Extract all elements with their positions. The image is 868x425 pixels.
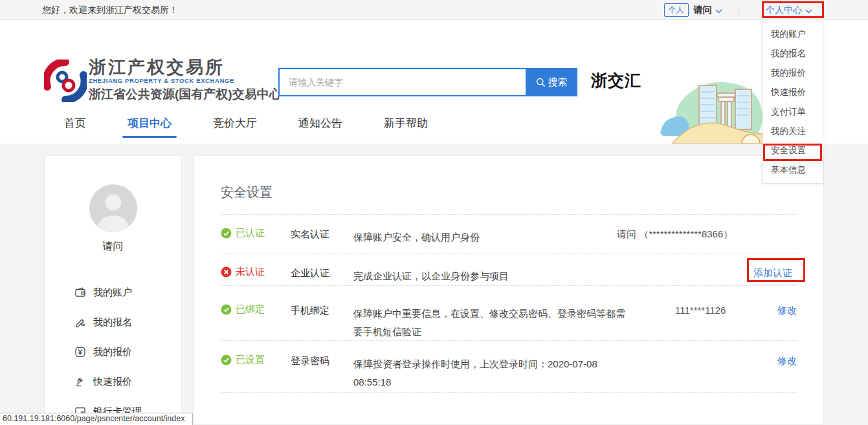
yuan-icon bbox=[74, 346, 86, 358]
gavel-icon bbox=[74, 376, 86, 387]
item-value: 请问 （**************8366） bbox=[617, 228, 733, 241]
item-description: 保障投资者登录操作时使用，上次登录时间：2020-07-08 08:55:18 bbox=[353, 355, 597, 391]
city-illustration bbox=[659, 71, 769, 144]
dropdown-item-payment-orders[interactable]: 支付订单 bbox=[763, 102, 823, 122]
security-row-enterprise: 未认证 企业认证 完成企业认证，以企业身份参与项目 添加认证 bbox=[221, 266, 797, 285]
check-circle-icon bbox=[221, 304, 232, 315]
dropdown-item-basic-info[interactable]: 基本信息 bbox=[763, 160, 823, 180]
check-circle-icon bbox=[221, 354, 232, 365]
status-text: 已认证 bbox=[236, 227, 265, 239]
status-badge: 未认证 bbox=[221, 266, 265, 278]
description-line-2: 要手机短信验证 bbox=[353, 323, 625, 341]
chevron-down-icon[interactable] bbox=[715, 5, 722, 16]
search-button-label: 搜索 bbox=[548, 76, 568, 89]
divider bbox=[221, 214, 797, 215]
user-menu[interactable]: 请问 bbox=[694, 5, 712, 16]
sidebar-item-label: 我的报价 bbox=[93, 346, 132, 358]
search-button[interactable]: 搜索 bbox=[526, 68, 577, 96]
divider bbox=[221, 254, 797, 254]
add-certification-link[interactable]: 添加认证 bbox=[753, 267, 792, 279]
sidebar-item-quick-quotation[interactable]: 快速报价 bbox=[45, 367, 181, 397]
x-circle-icon bbox=[221, 267, 232, 278]
dropdown-item-my-quotation[interactable]: 我的报价 bbox=[763, 63, 823, 83]
sidebar-item-label: 快速报价 bbox=[93, 376, 132, 388]
search-bar: 搜索 bbox=[278, 68, 577, 96]
portal-name: 浙交汇 bbox=[591, 70, 641, 91]
wallet-icon bbox=[74, 287, 86, 298]
dropdown-item-quick-quotation[interactable]: 快速报价 bbox=[763, 83, 823, 102]
nav-item-home[interactable]: 首页 bbox=[64, 104, 86, 144]
description-line-1: 保障投资者登录操作时使用，上次登录时间：2020-07-08 bbox=[353, 358, 597, 369]
security-row-realname: 已认证 实名认证 保障账户安全，确认用户身份 请问 （*************… bbox=[221, 227, 797, 246]
browser-status-bar: 60.191.19.181:6060/page/psncenter/accoun… bbox=[0, 413, 193, 425]
item-description: 完成企业认证，以企业身份参与项目 bbox=[353, 267, 509, 285]
check-circle-icon bbox=[221, 228, 232, 239]
dropdown-item-my-follows[interactable]: 我的关注 bbox=[763, 122, 823, 141]
user-type-badge: 个人 bbox=[664, 3, 689, 17]
security-settings-panel: 安全设置 已认证 实名认证 保障账户安全，确认用户身份 请问 （********… bbox=[194, 155, 824, 425]
item-description: 保障账户安全，确认用户身份 bbox=[353, 228, 480, 246]
topbar: 您好，欢迎来到浙江产权交易所！ 个人 请问 | 个人中心 bbox=[0, 0, 868, 20]
pen-icon bbox=[74, 316, 86, 328]
sidebar-item-label: 我的报名 bbox=[93, 316, 132, 329]
item-value: 111****1126 bbox=[675, 305, 726, 316]
modify-phone-link[interactable]: 修改 bbox=[777, 305, 797, 317]
description-line-1: 保障账户中重要信息，在设置、修改交易密码、登录密码等都需 bbox=[353, 308, 625, 319]
security-row-phone: 已绑定 手机绑定 保障账户中重要信息，在设置、修改交易密码、登录密码等都需 要手… bbox=[221, 303, 797, 323]
divider bbox=[221, 392, 797, 393]
modify-password-link[interactable]: 修改 bbox=[777, 355, 797, 367]
search-input[interactable] bbox=[278, 68, 526, 96]
dropdown-item-security-settings[interactable]: 安全设置 bbox=[763, 141, 823, 160]
nav-item-bidding-hall[interactable]: 竞价大厅 bbox=[213, 104, 257, 144]
sidebar-item-my-quotation[interactable]: 我的报价 bbox=[45, 337, 181, 367]
status-text: 已绑定 bbox=[236, 303, 265, 316]
nav-item-beginner-help[interactable]: 新手帮助 bbox=[384, 104, 428, 144]
status-text: 已设置 bbox=[236, 354, 265, 366]
divider bbox=[221, 340, 797, 341]
nav-item-project-center[interactable]: 项目中心 bbox=[128, 104, 172, 144]
item-name: 登录密码 bbox=[291, 355, 329, 367]
personal-center-dropdown: 我的账户 我的报名 我的报价 快速报价 支付订单 我的关注 安全设置 基本信息 bbox=[762, 21, 823, 184]
sidebar-item-my-registration[interactable]: 我的报名 bbox=[45, 307, 181, 337]
security-row-password: 已设置 登录密码 保障投资者登录操作时使用，上次登录时间：2020-07-08 … bbox=[221, 354, 797, 373]
personal-center-label: 个人中心 bbox=[766, 5, 802, 16]
status-badge: 已认证 bbox=[221, 227, 265, 239]
item-name: 手机绑定 bbox=[291, 305, 329, 317]
sidebar: 请问 我的账户 我的报名 bbox=[44, 155, 182, 425]
dropdown-item-my-registration[interactable]: 我的报名 bbox=[763, 44, 823, 63]
sidebar-item-my-account[interactable]: 我的账户 bbox=[45, 278, 181, 307]
topbar-right: 个人 请问 | 个人中心 bbox=[664, 0, 821, 20]
item-name: 实名认证 bbox=[291, 228, 329, 241]
sidebar-item-label: 我的账户 bbox=[93, 287, 132, 299]
item-description: 保障账户中重要信息，在设置、修改交易密码、登录密码等都需 要手机短信验证 bbox=[353, 305, 625, 341]
page-title: 安全设置 bbox=[221, 184, 273, 201]
sidebar-username: 请问 bbox=[45, 240, 181, 254]
welcome-text: 您好，欢迎来到浙江产权交易所！ bbox=[42, 0, 178, 20]
divider bbox=[221, 285, 797, 286]
status-badge: 已设置 bbox=[221, 354, 265, 366]
chevron-down-icon bbox=[805, 5, 812, 16]
page: 您好，欢迎来到浙江产权交易所！ 个人 请问 | 个人中心 bbox=[0, 0, 868, 425]
item-name: 企业认证 bbox=[291, 267, 329, 279]
status-badge: 已绑定 bbox=[221, 303, 265, 316]
topbar-divider: | bbox=[738, 5, 740, 15]
status-text: 未认证 bbox=[236, 266, 265, 278]
description-line-2: 08:55:18 bbox=[353, 373, 597, 391]
sidebar-menu: 我的账户 我的报名 我的报价 bbox=[45, 278, 181, 425]
avatar bbox=[89, 184, 137, 232]
personal-center-menu[interactable]: 个人中心 bbox=[757, 5, 821, 16]
search-icon bbox=[536, 78, 546, 87]
dropdown-item-my-account[interactable]: 我的账户 bbox=[763, 25, 823, 44]
brand-logo-icon bbox=[44, 60, 87, 102]
nav-item-announcements[interactable]: 通知公告 bbox=[298, 104, 342, 144]
